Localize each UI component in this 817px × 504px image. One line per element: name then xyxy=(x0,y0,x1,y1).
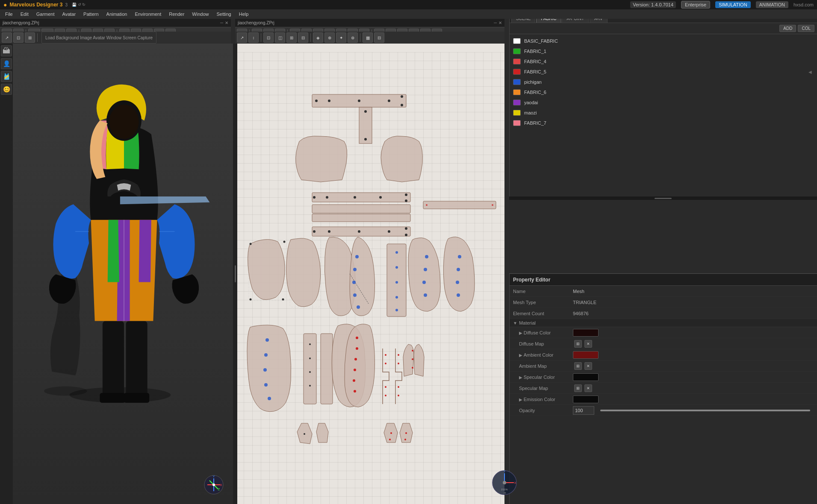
svg-point-61 xyxy=(425,255,428,258)
simulation-badge[interactable]: SIMULATION xyxy=(715,1,750,8)
menu-animation[interactable]: Animation xyxy=(103,11,131,18)
menu-help[interactable]: Help xyxy=(236,11,252,18)
opacity-slider[interactable] xyxy=(600,410,810,411)
right-viewport-minimize[interactable]: ─ xyxy=(494,21,497,25)
emission-color-swatch[interactable] xyxy=(573,396,599,403)
add-button[interactable]: ADD xyxy=(779,25,796,32)
specular-map-clear[interactable]: ✕ xyxy=(584,384,592,392)
animation-badge[interactable]: ANIMATION xyxy=(756,1,788,8)
svg-point-75 xyxy=(309,343,311,345)
prop-label-mesh-type: Mesh Type xyxy=(513,300,573,305)
fabric-item-7[interactable]: FABRIC_7 xyxy=(510,118,817,128)
opacity-slider-fill xyxy=(600,410,810,411)
svg-rect-55 xyxy=(387,244,406,316)
tb2-r-t11[interactable]: ▦ xyxy=(363,32,373,43)
prop-row-specular-map: Specular Map ⊞ ✕ xyxy=(510,383,817,394)
svg-point-52 xyxy=(352,281,356,284)
app-title-text: Marvelous Designer 3 xyxy=(9,2,62,8)
viewport-3d[interactable]: Y X Z xyxy=(13,44,233,504)
tb2-t2[interactable]: ⊞ xyxy=(25,32,35,43)
fabric-item-yaodai[interactable]: yaodai xyxy=(510,97,817,108)
svg-point-82 xyxy=(354,358,357,360)
tb2-r-t6[interactable]: ⊟ xyxy=(298,32,308,43)
menu-render[interactable]: Render xyxy=(165,11,188,18)
tb2-sep1 xyxy=(37,33,38,42)
svg-text:X: X xyxy=(220,483,222,487)
menu-setting[interactable]: Setting xyxy=(213,11,234,18)
diffuse-color-swatch[interactable] xyxy=(573,329,599,337)
svg-point-44 xyxy=(328,230,330,233)
sidebar-icon-1[interactable]: 🏔 xyxy=(1,45,12,56)
panel-divider[interactable] xyxy=(509,196,817,200)
fabric-item-1[interactable]: FABRIC_1 xyxy=(510,46,817,56)
prop-label-specular-map: Specular Map xyxy=(513,386,573,391)
fabric-item-5[interactable]: FABRIC_5 ◀ xyxy=(510,67,817,77)
prop-row-opacity: Opacity xyxy=(510,405,817,416)
diffuse-map-clear[interactable]: ✕ xyxy=(584,340,592,348)
fabric-item-basic[interactable]: BASIC_FABRIC xyxy=(510,36,817,46)
animation-label: ANIMATION xyxy=(759,2,785,7)
svg-point-23 xyxy=(358,100,360,102)
viewport-pattern[interactable] xyxy=(235,44,504,504)
fabric-item-maozi[interactable]: maozi xyxy=(510,108,817,118)
left-viewport-close[interactable]: ✕ xyxy=(225,21,228,25)
specular-color-swatch[interactable] xyxy=(573,373,599,381)
specular-map-browse[interactable]: ⊞ xyxy=(574,384,582,392)
svg-point-60 xyxy=(395,309,398,311)
prop-label-diffuse-color: ▶ Diffuse Color xyxy=(513,330,573,335)
toolbar2-left: ↗ ⊡ ⊞ Load Background Image Avatar Windo… xyxy=(0,32,231,44)
ambient-map-browse[interactable]: ⊞ xyxy=(574,362,582,370)
left-viewport-minimize[interactable]: ─ xyxy=(220,21,223,25)
sidebar-icon-4[interactable]: 😊 xyxy=(1,84,12,95)
fabric-item-4[interactable]: FABRIC_4 xyxy=(510,56,817,67)
fabric-item-6[interactable]: FABRIC_6 xyxy=(510,87,817,97)
svg-point-81 xyxy=(356,347,358,350)
tb2-r-t10[interactable]: ⊛ xyxy=(348,32,358,43)
menu-garment[interactable]: Garment xyxy=(33,11,58,18)
prop-label-specular-color: ▶ Specular Color xyxy=(513,375,573,380)
diffuse-map-browse[interactable]: ⊞ xyxy=(574,340,582,348)
title-bar-right: Version: 1.4.0.7014 Enterprise SIMULATIO… xyxy=(630,1,814,9)
tb2-r-t5[interactable]: ⊞ xyxy=(286,32,297,43)
prop-row-specular-color: ▶ Specular Color xyxy=(510,372,817,383)
menu-window[interactable]: Window xyxy=(189,11,212,18)
menu-file[interactable]: File xyxy=(2,11,16,18)
prop-section-material[interactable]: ▼ Material xyxy=(510,319,817,327)
tb2-r-t9[interactable]: ✦ xyxy=(336,32,346,43)
tb2-r-t8[interactable]: ⊕ xyxy=(324,32,335,43)
tb2-r-t2[interactable]: ↕ xyxy=(248,32,259,43)
prop-row-diffuse-map: Diffuse Map ⊞ ✕ xyxy=(510,338,817,349)
svg-text:Y: Y xyxy=(504,470,506,473)
tb2-r-t1[interactable]: ↗ xyxy=(237,32,247,43)
menu-pattern[interactable]: Pattern xyxy=(80,11,102,18)
menu-environment[interactable]: Environment xyxy=(131,11,165,18)
svg-point-34 xyxy=(379,196,382,199)
right-viewport-close[interactable]: ✕ xyxy=(498,21,502,25)
svg-point-48 xyxy=(405,234,407,236)
tb2-arrow[interactable]: ↗ xyxy=(2,32,12,43)
svg-point-51 xyxy=(353,268,357,271)
fabric-item-pichigan[interactable]: pichigan xyxy=(510,77,817,87)
tb2-r-t12[interactable]: ⊟ xyxy=(374,32,384,43)
sidebar-icon-3[interactable]: 🎽 xyxy=(1,71,12,82)
col-button[interactable]: COL xyxy=(798,25,814,32)
tb2-r-t3[interactable]: ⊡ xyxy=(263,32,274,43)
fabric-name-basic: BASIC_FABRIC xyxy=(524,38,814,44)
opacity-input[interactable] xyxy=(573,406,594,415)
svg-point-7 xyxy=(109,105,139,139)
fabric-color-1 xyxy=(513,48,521,54)
svg-point-97 xyxy=(304,433,305,435)
svg-point-56 xyxy=(395,251,398,254)
menu-edit[interactable]: Edit xyxy=(17,11,32,18)
sidebar-icon-2[interactable]: 👤 xyxy=(1,58,12,69)
fabric-name-6: FABRIC_6 xyxy=(524,90,814,95)
tb2-t1[interactable]: ⊡ xyxy=(13,32,24,43)
svg-point-33 xyxy=(354,196,356,199)
menu-avatar[interactable]: Avatar xyxy=(59,11,80,18)
ambient-color-swatch[interactable] xyxy=(573,351,599,359)
ambient-map-clear[interactable]: ✕ xyxy=(584,362,592,370)
viewport-divider[interactable] xyxy=(233,44,237,504)
tb2-r-t4[interactable]: ◫ xyxy=(275,32,285,43)
svg-rect-42 xyxy=(312,227,410,236)
tb2-r-t7[interactable]: ◈ xyxy=(313,32,323,43)
